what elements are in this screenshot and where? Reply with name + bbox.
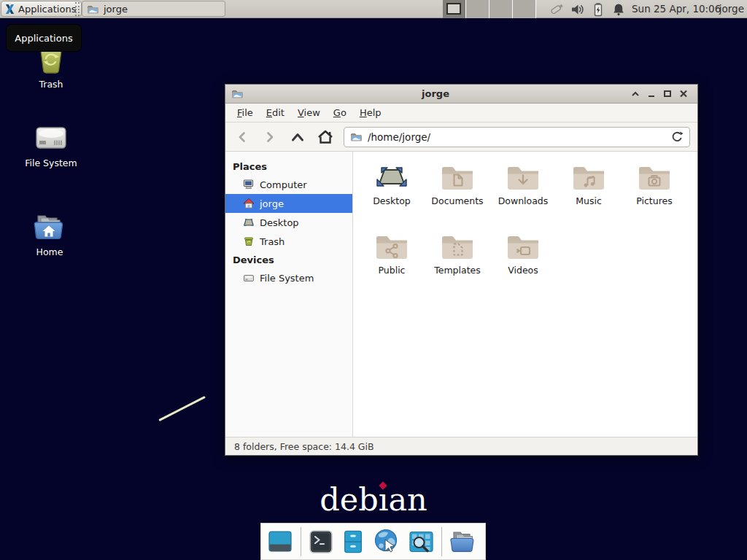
sidebar-header-places: Places (225, 158, 352, 175)
computer-icon (243, 179, 255, 190)
system-tray (549, 1, 626, 17)
debian-text-right: an (388, 481, 427, 518)
menu-help[interactable]: Help (354, 105, 387, 120)
sidebar-item-computer[interactable]: Computer (225, 175, 352, 194)
file-label: Public (359, 265, 425, 276)
debian-wordmark: debıan (0, 481, 747, 518)
maximize-button[interactable] (659, 87, 676, 101)
toolbar: /home/jorge/ (225, 122, 697, 152)
file-item-videos[interactable]: Videos (490, 231, 556, 300)
desktop-icon-home[interactable]: Home (9, 210, 90, 257)
sidebar-item-label: Desktop (260, 217, 299, 228)
desktop: { "panel": { "applications_label": "Appl… (0, 0, 747, 560)
desktop-icon-file-system[interactable]: File System (11, 122, 91, 168)
up-button[interactable] (288, 128, 307, 147)
file-item-music[interactable]: Music (556, 162, 622, 231)
music-folder-icon (571, 163, 606, 192)
window-title: jorge (244, 88, 627, 99)
sidebar-item-jorge[interactable]: jorge (225, 194, 352, 213)
file-item-desktop[interactable]: Desktop (359, 162, 425, 231)
home-button[interactable] (316, 128, 335, 147)
desktop-icon-label: Trash (11, 79, 91, 90)
sidebar-header-devices: Devices (225, 251, 352, 268)
menu-edit[interactable]: Edit (260, 105, 290, 120)
back-button[interactable] (233, 128, 252, 147)
file-label: Templates (425, 265, 490, 276)
path-bar[interactable]: /home/jorge/ (344, 127, 690, 147)
menu-view[interactable]: View (292, 105, 326, 120)
workspace-4[interactable] (513, 0, 536, 18)
file-item-documents[interactable]: Documents (425, 162, 490, 231)
file-item-public[interactable]: Public (359, 231, 425, 300)
sidebar-item-trash[interactable]: Trash (225, 232, 352, 251)
statusbar: 8 folders, Free space: 14.4 GiB (225, 437, 697, 455)
trash-icon (243, 236, 255, 247)
file-item-downloads[interactable]: Downloads (490, 162, 556, 231)
file-cabinet-launcher[interactable] (341, 529, 365, 555)
menu-file[interactable]: File (231, 105, 259, 120)
file-item-templates[interactable]: Templates (425, 231, 490, 300)
terminal-launcher[interactable] (308, 529, 334, 555)
file-label: Documents (425, 195, 490, 206)
app-finder-launcher[interactable] (408, 529, 435, 555)
applications-tooltip: Applications (6, 24, 82, 52)
file-label: Desktop (359, 195, 425, 206)
shade-button[interactable] (627, 87, 643, 101)
pictures-folder-icon (637, 163, 672, 192)
menubar: File Edit View Go Help (225, 104, 697, 122)
minimize-button[interactable] (643, 87, 659, 101)
panel-drag-handle[interactable] (75, 2, 80, 16)
show-desktop-button[interactable] (266, 529, 294, 555)
sidebar-item-file-system[interactable]: File System (225, 268, 352, 287)
menu-go[interactable]: Go (328, 105, 352, 120)
notifications-icon[interactable] (611, 2, 626, 17)
file-label: Videos (490, 265, 556, 276)
top-panel: Applications jorge Sun 2 (0, 0, 747, 18)
desktop-icon (243, 217, 255, 228)
panel-clock[interactable]: Sun 25 Apr, 10:06 (632, 0, 721, 18)
sidebar-item-label: Trash (260, 236, 285, 247)
file-label: Music (556, 195, 622, 206)
battery-icon[interactable] (591, 2, 605, 17)
workspace-window-thumb (446, 3, 461, 15)
sidebar: Places Computer jorge (225, 152, 353, 437)
applications-menu-button[interactable]: Applications (1, 1, 82, 17)
workspace-1[interactable] (443, 0, 466, 18)
window-icon (231, 88, 244, 99)
home-icon (243, 198, 255, 209)
dock-separator (301, 527, 301, 556)
sidebar-item-label: File System (260, 273, 314, 284)
applications-menu-label: Applications (18, 4, 76, 15)
close-button[interactable] (676, 87, 692, 101)
volume-icon[interactable] (570, 2, 585, 17)
forward-button[interactable] (260, 128, 279, 147)
drive-icon (34, 122, 69, 153)
sidebar-item-desktop[interactable]: Desktop (225, 213, 352, 232)
workspace-3[interactable] (489, 0, 513, 18)
file-item-pictures[interactable]: Pictures (622, 162, 687, 231)
xorg-logo-icon (4, 4, 15, 15)
path-text[interactable]: /home/jorge/ (368, 131, 666, 143)
file-label: Downloads (490, 195, 556, 206)
file-view[interactable]: Desktop Documents Downloads (353, 152, 697, 437)
sidebar-item-label: Computer (260, 179, 307, 190)
window-titlebar[interactable]: jorge (225, 85, 697, 104)
dock-panel (260, 523, 486, 560)
workspace-2[interactable] (466, 0, 489, 18)
web-browser-launcher[interactable] (372, 528, 401, 556)
debian-text-left: deb (320, 481, 379, 518)
desktop-icon-label: Home (9, 246, 90, 257)
workspace-switcher[interactable] (443, 0, 536, 18)
file-manager-launcher[interactable] (449, 529, 476, 555)
removable-device-icon[interactable] (549, 1, 565, 17)
folder-icon (350, 131, 363, 142)
reload-icon[interactable] (671, 131, 684, 143)
videos-folder-icon (506, 233, 541, 262)
home-folder-icon (32, 210, 67, 242)
taskbar-window-button[interactable]: jorge (82, 1, 225, 17)
status-text: 8 folders, Free space: 14.4 GiB (234, 441, 374, 452)
drive-icon (243, 272, 255, 284)
taskbar-window-label: jorge (104, 4, 128, 15)
panel-username: jorge (719, 0, 744, 18)
documents-folder-icon (440, 163, 475, 192)
